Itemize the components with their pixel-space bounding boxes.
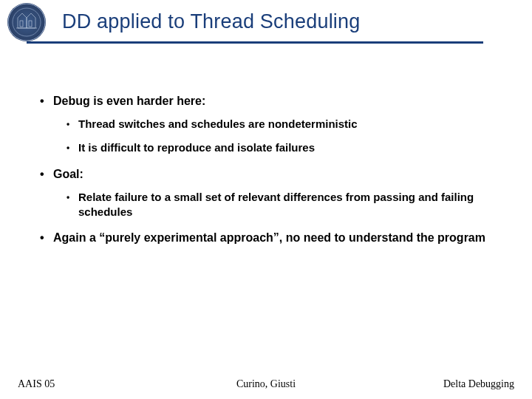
slide-title: DD applied to Thread Scheduling xyxy=(62,10,532,33)
bullet-group-approach: • Again a “purely experimental approach”… xyxy=(40,231,501,245)
bullet-l2: • Relate failure to a small set of relev… xyxy=(66,190,501,220)
bullet-dot-icon: • xyxy=(40,231,53,245)
svg-rect-3 xyxy=(20,21,23,27)
slide-header: DD applied to Thread Scheduling xyxy=(0,0,532,46)
bullet-dot-icon: • xyxy=(66,142,78,157)
footer-center: Curino, Giusti xyxy=(0,378,532,390)
bullet-dot-icon: • xyxy=(40,95,53,108)
title-underline xyxy=(27,41,483,44)
bullet-l1: • Debug is even harder here: xyxy=(40,95,501,108)
bullet-text: It is difficult to reproduce and isolate… xyxy=(78,140,315,155)
bullet-l1: • Goal: xyxy=(40,168,501,181)
bullet-l2: • It is difficult to reproduce and isola… xyxy=(66,140,501,155)
bullet-group-debug: • Debug is even harder here: • Thread sw… xyxy=(40,95,501,156)
slide-footer: AAIS 05 Curino, Giusti Delta Debugging xyxy=(0,378,532,390)
bullet-text: Thread switches and schedules are nondet… xyxy=(78,117,358,132)
svg-rect-4 xyxy=(29,21,32,27)
bullet-l2: • Thread switches and schedules are nond… xyxy=(66,117,501,132)
bullet-text: Debug is even harder here: xyxy=(53,95,205,108)
bullet-text: Goal: xyxy=(53,168,83,181)
bullet-text: Again a “purely experimental approach”, … xyxy=(53,231,485,245)
bullet-group-goal: • Goal: • Relate failure to a small set … xyxy=(40,168,501,220)
bullet-l1: • Again a “purely experimental approach”… xyxy=(40,231,501,245)
slide: DD applied to Thread Scheduling • Debug … xyxy=(0,0,532,399)
bullet-dot-icon: • xyxy=(66,118,78,133)
university-seal-icon xyxy=(7,3,46,41)
bullet-dot-icon: • xyxy=(40,168,53,181)
bullet-dot-icon: • xyxy=(66,191,78,222)
bullet-text: Relate failure to a small set of relevan… xyxy=(78,190,501,220)
slide-body: • Debug is even harder here: • Thread sw… xyxy=(40,95,501,256)
